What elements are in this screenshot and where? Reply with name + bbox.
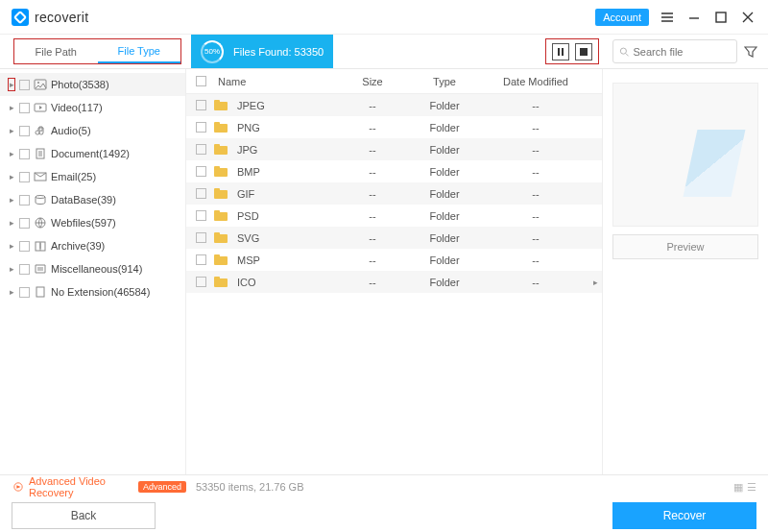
list-view-icon[interactable]: ☰: [747, 481, 756, 494]
logo-icon: [12, 9, 29, 26]
cell-size: --: [339, 210, 406, 222]
noext-icon: [34, 286, 47, 298]
category-checkbox[interactable]: [19, 195, 30, 206]
cell-type: Folder: [406, 100, 483, 111]
table-row[interactable]: SVG -- Folder --: [186, 227, 602, 249]
row-checkbox[interactable]: [196, 166, 206, 177]
stop-button[interactable]: [575, 43, 592, 60]
table-row[interactable]: PSD -- Folder --: [186, 205, 602, 227]
cell-type: Folder: [406, 254, 483, 266]
svg-point-2: [620, 48, 626, 54]
folder-icon: [214, 277, 228, 288]
row-checkbox[interactable]: [196, 188, 206, 199]
close-icon[interactable]: [739, 9, 756, 26]
category-checkbox[interactable]: [19, 264, 30, 275]
table-row[interactable]: GIF -- Folder --: [186, 182, 602, 205]
svg-point-4: [37, 82, 39, 84]
table-row[interactable]: BMP -- Folder --: [186, 160, 602, 182]
grid-view-icon[interactable]: ▦: [733, 481, 743, 494]
sidebar-item-misc[interactable]: ▸ Miscellaneous(914): [0, 257, 185, 280]
pause-button[interactable]: [552, 43, 569, 60]
cell-type: Folder: [406, 277, 483, 288]
expand-caret[interactable]: ▸: [8, 241, 15, 251]
preview-button[interactable]: Preview: [612, 234, 758, 259]
sidebar-item-noext[interactable]: ▸ No Extension(46584): [0, 280, 185, 303]
sidebar-item-label: Video(117): [51, 102, 103, 113]
category-checkbox[interactable]: [19, 149, 30, 159]
svg-rect-21: [214, 188, 220, 192]
cell-name: SVG: [233, 232, 339, 244]
col-name[interactable]: Name: [214, 76, 339, 87]
cell-date: --: [483, 232, 588, 244]
filter-icon[interactable]: [741, 35, 760, 68]
advanced-video-recovery[interactable]: Advanced Video Recovery Advanced: [0, 475, 186, 498]
svg-rect-0: [716, 12, 726, 22]
table-row[interactable]: ICO -- Folder -- ▸: [186, 271, 602, 293]
cell-type: Folder: [406, 166, 483, 178]
col-type[interactable]: Type: [406, 76, 483, 87]
expand-caret[interactable]: ▸: [8, 78, 15, 91]
category-checkbox[interactable]: [19, 103, 30, 113]
row-checkbox[interactable]: [196, 254, 206, 265]
expand-caret[interactable]: ▸: [8, 172, 15, 181]
recover-button[interactable]: Recover: [612, 502, 756, 529]
col-size[interactable]: Size: [339, 76, 406, 87]
category-checkbox[interactable]: [19, 287, 30, 298]
category-checkbox[interactable]: [19, 126, 30, 136]
search-box[interactable]: [612, 39, 737, 63]
row-expand-icon[interactable]: ▸: [588, 278, 602, 287]
sidebar-item-label: Document(1492): [51, 148, 130, 159]
cell-type: Folder: [406, 122, 483, 133]
account-button[interactable]: Account: [595, 9, 649, 26]
tab-file-type[interactable]: File Type: [98, 39, 181, 63]
row-checkbox[interactable]: [196, 144, 206, 155]
table-row[interactable]: PNG -- Folder --: [186, 116, 602, 138]
cell-type: Folder: [406, 188, 483, 200]
expand-caret[interactable]: ▸: [8, 103, 15, 112]
category-checkbox[interactable]: [19, 172, 30, 182]
row-checkbox[interactable]: [196, 232, 206, 243]
menu-icon[interactable]: [659, 9, 676, 26]
category-checkbox[interactable]: [19, 80, 30, 90]
row-checkbox[interactable]: [196, 210, 206, 221]
cell-date: --: [483, 100, 588, 111]
expand-caret[interactable]: ▸: [8, 149, 15, 158]
row-checkbox[interactable]: [196, 122, 206, 133]
folder-icon: [214, 100, 228, 111]
expand-caret[interactable]: ▸: [8, 264, 15, 274]
table-row[interactable]: JPG -- Folder --: [186, 138, 602, 160]
back-button[interactable]: Back: [12, 502, 156, 529]
audio-icon: [34, 125, 47, 136]
archive-icon: [34, 240, 47, 252]
cell-name: JPEG: [233, 100, 339, 111]
expand-caret[interactable]: ▸: [8, 195, 15, 205]
sidebar-item-db[interactable]: ▸ DataBase(39): [0, 188, 185, 211]
sidebar-item-doc[interactable]: ▸ Document(1492): [0, 142, 185, 165]
row-checkbox[interactable]: [196, 277, 206, 287]
cell-name: PNG: [233, 122, 339, 133]
select-all-checkbox[interactable]: [196, 76, 206, 86]
search-input[interactable]: [634, 46, 732, 58]
row-checkbox[interactable]: [196, 100, 206, 110]
table-row[interactable]: JPEG -- Folder --: [186, 94, 602, 116]
tab-file-path[interactable]: File Path: [14, 39, 98, 63]
sidebar-item-email[interactable]: ▸ Email(25): [0, 165, 185, 188]
col-date[interactable]: Date Modified: [483, 76, 588, 87]
folder-icon: [214, 210, 228, 222]
category-checkbox[interactable]: [19, 241, 30, 252]
sidebar-item-video[interactable]: ▸ Video(117): [0, 96, 185, 119]
sidebar-item-archive[interactable]: ▸ Archive(39): [0, 234, 185, 257]
sidebar-item-web[interactable]: ▸ Webfiles(597): [0, 211, 185, 234]
minimize-icon[interactable]: [685, 9, 703, 26]
maximize-icon[interactable]: [712, 9, 730, 26]
expand-caret[interactable]: ▸: [8, 126, 15, 135]
expand-caret[interactable]: ▸: [8, 218, 15, 228]
progress-pct: 50%: [201, 40, 224, 63]
avr-icon: [13, 481, 23, 493]
table-row[interactable]: MSP -- Folder --: [186, 249, 602, 271]
scan-controls: [545, 38, 599, 64]
sidebar-item-image[interactable]: ▸ Photo(3538): [0, 73, 185, 96]
expand-caret[interactable]: ▸: [8, 287, 15, 297]
sidebar-item-audio[interactable]: ▸ Audio(5): [0, 119, 185, 142]
category-checkbox[interactable]: [19, 218, 30, 229]
